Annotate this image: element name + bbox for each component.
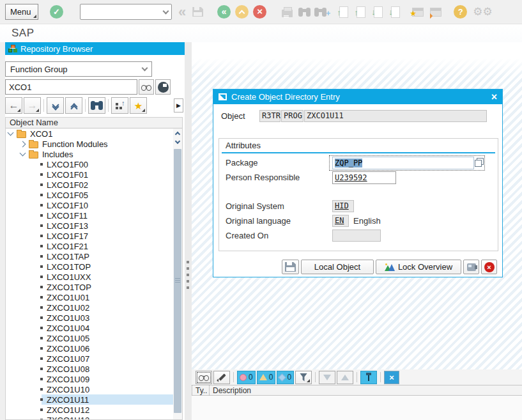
chevron-down-icon	[142, 65, 148, 72]
panel-header[interactable]: Repository Browser	[5, 42, 185, 55]
tree-item-lxco1f13[interactable]: LXCO1F13	[6, 221, 173, 231]
tree-item-lxco1f01[interactable]: LXCO1F01	[6, 169, 173, 180]
tree-item-zxco1u08[interactable]: ZXCO1U08	[6, 364, 173, 374]
overflow-icon: ▶	[176, 102, 181, 109]
pin-panel-button[interactable]	[360, 371, 377, 384]
next-message-button[interactable]	[319, 371, 335, 384]
value-help-icon[interactable]	[475, 158, 483, 166]
tree-column-header[interactable]: Object Name	[6, 118, 182, 128]
error-icon	[240, 374, 247, 381]
warnings-filter-button[interactable]: 0	[257, 371, 276, 384]
tree-item-lxco1f10[interactable]: LXCO1F10	[6, 200, 173, 210]
dialog-titlebar[interactable]: Create Object Directory Entry ×	[213, 89, 502, 104]
tree-item-zxco1u10[interactable]: ZXCO1U10	[6, 384, 173, 394]
collapse-all-button[interactable]	[65, 97, 82, 114]
tree-scrollbar[interactable]	[173, 128, 182, 419]
tree-item-zxco1u05[interactable]: ZXCO1U05	[6, 333, 173, 343]
page-title: SAP	[12, 27, 35, 40]
chevron-down-icon[interactable]	[8, 130, 14, 136]
back-button[interactable]: «	[217, 5, 231, 19]
tree-item-zxco1u02[interactable]: ZXCO1U02	[6, 302, 173, 313]
tree-item-lxco1f17[interactable]: LXCO1F17	[6, 231, 173, 241]
chevron-right-icon[interactable]	[20, 141, 26, 147]
person-responsible-input[interactable]: U239592	[332, 171, 396, 184]
local-object-button[interactable]: Local Object	[301, 260, 374, 274]
tree-item-lxco1f11[interactable]: LXCO1F11	[6, 210, 173, 221]
tree-item-zxco1u04[interactable]: ZXCO1U04	[6, 323, 173, 333]
history-back-button[interactable]: ←	[5, 97, 22, 114]
tree-item-zxco1u11[interactable]: ZXCO1U11	[6, 394, 173, 405]
tree-item-zxco1u12[interactable]: ZXCO1U12	[6, 405, 173, 415]
separator	[380, 372, 381, 382]
tree-item-lxco1top[interactable]: LXCO1TOP	[6, 261, 173, 272]
panel-splitter[interactable]	[185, 42, 192, 420]
tree-item-lxco1tap[interactable]: LXCO1TAP	[6, 251, 173, 261]
tree-item-lxco1f05[interactable]: LXCO1F05	[6, 190, 173, 200]
type-column-header[interactable]: Ty..	[192, 385, 210, 395]
command-input[interactable]	[84, 6, 154, 19]
close-panel-button[interactable]: ×	[384, 371, 399, 384]
enter-button[interactable]: ✓	[50, 5, 63, 19]
tree-item-xco1[interactable]: XCO1	[6, 128, 173, 139]
filter-button[interactable]	[295, 371, 312, 384]
refresh-object-button[interactable]	[155, 79, 171, 95]
original-language-field: EN	[332, 215, 349, 227]
close-icon: ×	[491, 91, 497, 102]
display-object-button[interactable]	[139, 79, 154, 95]
tree-item-zxco1u03[interactable]: ZXCO1U03	[6, 313, 173, 323]
tree-item-lxco1f02[interactable]: LXCO1F02	[6, 180, 173, 190]
chevron-down-icon[interactable]	[20, 150, 26, 157]
scrollbar-thumb[interactable]	[174, 149, 181, 413]
dialog-close-button[interactable]: ×	[491, 92, 497, 102]
tree-item-function-modules[interactable]: Function Modules	[6, 139, 173, 149]
exit-button[interactable]	[235, 5, 249, 19]
menu-button[interactable]: Menu	[5, 4, 38, 20]
expand-all-button[interactable]	[47, 97, 64, 114]
display-mode-button[interactable]	[196, 371, 212, 384]
help-button[interactable]: ?	[454, 5, 467, 19]
favorites-button[interactable]: ★	[130, 97, 147, 114]
tree-item-zxco1u09[interactable]: ZXCO1U09	[6, 374, 173, 384]
tree-item-label: ZXCO1U02	[47, 303, 89, 313]
tree-item-lxco1uxx[interactable]: LXCO1UXX	[6, 272, 173, 282]
tree-item-lxco1f21[interactable]: LXCO1F21	[6, 241, 173, 251]
tree-item-zxco1u13[interactable]: ZXCO1U13	[6, 415, 173, 419]
info-filter-button[interactable]: 0	[277, 371, 294, 384]
scroll-up-button[interactable]	[173, 128, 182, 137]
command-field[interactable]	[80, 4, 172, 20]
previous-message-button[interactable]	[337, 371, 353, 384]
cancel-dialog-button[interactable]: ×	[481, 260, 497, 274]
new-session-icon: ★	[412, 8, 424, 17]
toolbar-overflow-button[interactable]: ▶	[174, 98, 183, 113]
repository-browser-panel: Repository Browser Function Group ← →	[5, 42, 185, 420]
object-name-input[interactable]	[5, 79, 137, 95]
tree-item-label: LXCO1TAP	[47, 252, 89, 261]
description-column-header[interactable]: Description	[210, 385, 522, 395]
display-parent-button[interactable]	[111, 97, 128, 114]
lock-overview-button[interactable]: Lock Overview	[376, 260, 461, 274]
bullet-icon	[40, 173, 43, 176]
browser-type-select[interactable]: Function Group	[5, 61, 152, 77]
bullet-icon	[40, 378, 43, 380]
bullet-icon	[40, 368, 43, 370]
tree-item-zxco1u01[interactable]: ZXCO1U01	[6, 292, 173, 302]
package-input[interactable]: ZQP_PP	[332, 157, 474, 169]
search-button[interactable]	[88, 97, 105, 114]
edit-mode-button[interactable]	[213, 371, 230, 384]
tree-item-zxco1u07[interactable]: ZXCO1U07	[6, 354, 173, 364]
tree-item-includes[interactable]: Includes	[6, 149, 173, 159]
history-forward-button[interactable]: →	[24, 97, 41, 114]
tree-item-label: ZXCO1U08	[47, 364, 89, 374]
scroll-down-button[interactable]	[173, 137, 182, 146]
tree-item-zxco1top[interactable]: ZXCO1TOP	[6, 282, 173, 292]
tree-item-zxco1u06[interactable]: ZXCO1U06	[6, 343, 173, 354]
attributes-section-label: Attributes	[226, 141, 261, 150]
tree-item-lxco1f00[interactable]: LXCO1F00	[6, 159, 173, 169]
chevron-down-icon[interactable]	[163, 8, 169, 14]
transport-requests-button[interactable]	[463, 260, 479, 274]
tree-item-label: LXCO1F00	[47, 160, 88, 169]
save-button[interactable]	[282, 260, 299, 274]
errors-filter-button[interactable]: 0	[237, 371, 256, 384]
object-tree: XCO1Function ModulesIncludesLXCO1F00LXCO…	[6, 128, 173, 419]
cancel-button[interactable]: ×	[253, 5, 266, 19]
